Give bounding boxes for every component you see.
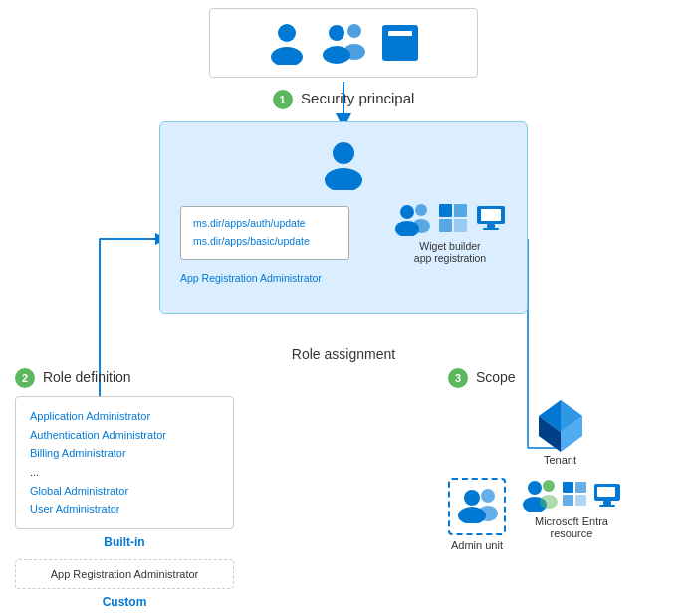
builtin-item-4: Global Administrator bbox=[30, 482, 219, 501]
role-assignment-box: ms.dir/apps/auth/update ms.dir/apps/basi… bbox=[159, 121, 528, 314]
svg-rect-48 bbox=[575, 495, 586, 506]
widget-group-icon bbox=[393, 202, 431, 236]
app-icon bbox=[378, 21, 422, 65]
builtin-item-3: Billing Administrator bbox=[30, 444, 219, 463]
diagram-container: 1 Security principal ms.dir/apps/auth/up… bbox=[0, 0, 687, 616]
svg-point-44 bbox=[540, 495, 558, 509]
admin-unit-label: Admin unit bbox=[451, 539, 503, 551]
builtin-card: Application Administrator Authentication… bbox=[15, 396, 234, 529]
widget-builder-label: Wiget builderapp registration bbox=[414, 240, 486, 264]
custom-item: App Registration Administrator bbox=[30, 568, 219, 580]
builtin-label: Built-in bbox=[15, 535, 234, 549]
widget-monitor-icon bbox=[475, 202, 507, 234]
admin-unit-icon bbox=[456, 486, 498, 523]
scope-title: 3 Scope bbox=[448, 368, 672, 388]
svg-rect-27 bbox=[454, 219, 467, 232]
badge-3: 3 bbox=[448, 368, 468, 388]
builtin-item-1: Application Administrator bbox=[30, 407, 219, 426]
builtin-item-5: User Administrator bbox=[30, 500, 219, 518]
svg-point-14 bbox=[347, 24, 361, 38]
svg-rect-24 bbox=[439, 204, 452, 217]
role-definition-section: 2 Role definition Application Administra… bbox=[15, 368, 234, 609]
custom-card: App Registration Administrator bbox=[15, 559, 234, 589]
svg-point-10 bbox=[278, 24, 296, 42]
svg-rect-47 bbox=[563, 495, 573, 506]
svg-point-19 bbox=[325, 168, 362, 190]
svg-point-41 bbox=[528, 481, 542, 495]
svg-point-39 bbox=[481, 489, 495, 503]
entra-grid-icon bbox=[562, 481, 589, 509]
person-icon bbox=[265, 21, 309, 65]
admin-unit-item: Admin unit bbox=[448, 478, 506, 551]
svg-rect-29 bbox=[481, 209, 501, 221]
entra-monitor-icon bbox=[593, 481, 621, 509]
security-principal-box bbox=[209, 8, 478, 78]
badge-1: 1 bbox=[273, 90, 293, 109]
svg-rect-16 bbox=[382, 25, 418, 61]
scope-items-row: Admin unit bbox=[448, 478, 672, 551]
badge-2: 2 bbox=[15, 368, 35, 388]
entra-group-icon bbox=[522, 478, 558, 512]
svg-point-11 bbox=[271, 47, 303, 65]
widget-grid-icon bbox=[437, 202, 469, 234]
tenant-label: Tenant bbox=[544, 454, 576, 466]
security-principal-text: Security principal bbox=[301, 90, 414, 106]
role-definition-title: 2 Role definition bbox=[15, 368, 234, 388]
svg-point-23 bbox=[412, 219, 430, 233]
svg-rect-17 bbox=[388, 31, 412, 36]
builtin-item-2: Authentication Administrator bbox=[30, 426, 219, 445]
perm-line2: ms.dir/apps/basic/update bbox=[193, 233, 337, 251]
svg-rect-25 bbox=[454, 204, 467, 217]
tenant-item: Tenant bbox=[448, 396, 672, 466]
builtin-item-ellipsis: ... bbox=[30, 463, 219, 482]
scope-label: Scope bbox=[476, 369, 516, 385]
svg-point-22 bbox=[415, 204, 427, 216]
custom-label: Custom bbox=[15, 595, 234, 609]
app-reg-admin-label: App Registration Administrator bbox=[180, 272, 322, 284]
svg-point-40 bbox=[478, 506, 498, 521]
svg-rect-51 bbox=[603, 501, 611, 505]
scope-section: 3 Scope Tenant bbox=[448, 368, 672, 551]
role-definition-label: Role definition bbox=[43, 369, 131, 385]
svg-point-43 bbox=[543, 480, 555, 492]
svg-rect-26 bbox=[439, 219, 452, 232]
entra-resource-label: Microsoft Entraresource bbox=[535, 515, 608, 539]
role-person-icon bbox=[318, 138, 369, 190]
svg-point-20 bbox=[400, 205, 414, 219]
svg-rect-46 bbox=[575, 482, 586, 493]
group-icon bbox=[319, 21, 368, 65]
svg-rect-30 bbox=[487, 224, 495, 228]
perm-line1: ms.dir/apps/auth/update bbox=[193, 215, 337, 233]
svg-point-18 bbox=[333, 142, 354, 164]
svg-rect-45 bbox=[563, 482, 573, 493]
svg-rect-31 bbox=[483, 228, 499, 230]
svg-point-12 bbox=[329, 25, 344, 41]
role-assignment-label: Role assignment bbox=[159, 346, 528, 362]
svg-point-15 bbox=[344, 44, 365, 60]
security-principal-label: 1 Security principal bbox=[209, 90, 478, 109]
svg-point-37 bbox=[464, 490, 480, 506]
svg-rect-50 bbox=[597, 487, 615, 497]
entra-resource-item: Microsoft Entraresource bbox=[522, 478, 621, 539]
svg-rect-52 bbox=[599, 505, 615, 507]
permissions-box: ms.dir/apps/auth/update ms.dir/apps/basi… bbox=[180, 206, 349, 260]
tenant-icon bbox=[531, 396, 590, 454]
